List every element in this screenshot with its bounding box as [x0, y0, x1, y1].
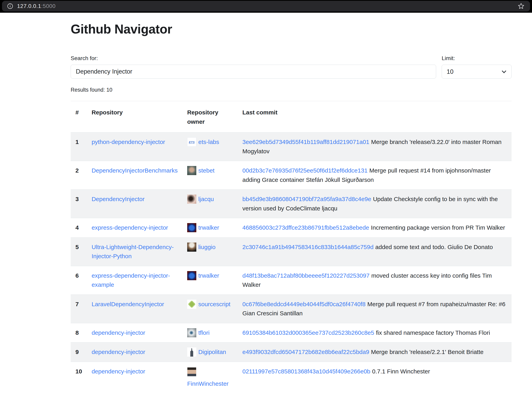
repo-link[interactable]: DependencyInjector: [91, 196, 145, 202]
tflori-avatar: [187, 328, 196, 337]
owner-link[interactable]: trwalker: [198, 271, 219, 280]
commit-hash-link[interactable]: 0c67f6be8eddcd4449eb4044f5df0ca26f4740f8: [242, 301, 366, 307]
col-header-owner: Repository owner: [183, 101, 238, 132]
repo-link[interactable]: DependencyInjectorBenchmarks: [91, 167, 178, 174]
trwalker-avatar: [187, 223, 196, 232]
table-row: 3 DependencyInjector ljacqu bb45d9e3b986…: [71, 190, 512, 218]
commit-hash-link[interactable]: 2c30746c1a91b4947583416c833b1644a85c759d: [242, 244, 374, 250]
page-title: Github Navigator: [71, 22, 512, 37]
table-row: 9 dependency-injector Digipolitan e493f9…: [71, 343, 512, 362]
ljacqu-avatar: [187, 195, 196, 204]
url-text: 127.0.0.1:5000: [17, 3, 56, 9]
row-index: 3: [71, 190, 87, 218]
row-index: 1: [71, 132, 87, 161]
repo-link[interactable]: express-dependency-injector: [91, 224, 168, 231]
owner-link[interactable]: sourcescript: [198, 300, 230, 309]
limit-select[interactable]: 10: [442, 65, 512, 79]
owner-link[interactable]: FinnWinchester: [187, 379, 233, 388]
owner-link[interactable]: liuggio: [198, 243, 215, 252]
finnwinchester-avatar: [187, 367, 196, 376]
repo-link[interactable]: Ultra-Lightweight-Dependency-Injector-Py…: [91, 244, 174, 260]
search-label: Search for:: [71, 55, 436, 61]
browser-url-bar[interactable]: 127.0.0.1:5000: [2, 1, 530, 12]
repo-link[interactable]: dependency-injector: [91, 349, 145, 355]
repo-link[interactable]: python-dependency-injector: [91, 139, 165, 145]
table-row: 1 python-dependency-injector ETSets-labs…: [71, 132, 512, 161]
ets-labs-logo-icon: ETS: [187, 137, 196, 147]
commit-hash-link[interactable]: 00d2b3c7e76935d76f25ee50f6d1f2ef6ddce131: [242, 167, 368, 174]
avatar-text: ETS: [189, 140, 195, 144]
row-index: 2: [71, 161, 87, 190]
row-index: 5: [71, 237, 87, 266]
repo-link[interactable]: dependency-injector: [91, 329, 145, 336]
owner-link[interactable]: ljacqu: [198, 195, 214, 204]
row-index: 7: [71, 295, 87, 323]
star-bookmark-icon[interactable]: [517, 2, 525, 10]
table-row: 4 express-dependency-injector trwalker 4…: [71, 218, 512, 238]
repo-link[interactable]: express-dependency-injector-example: [91, 272, 170, 288]
col-header-last-commit: Last commit: [238, 101, 512, 132]
commit-hash-link[interactable]: 69105384b61032d000365ee737cd2523b260c8e5: [242, 329, 374, 336]
search-column: Search for:: [71, 55, 436, 79]
owner-link[interactable]: tflori: [198, 328, 210, 338]
commit-hash-link[interactable]: 02111997e57c85801368f43a10d45f409e266e0b: [242, 368, 370, 374]
row-index: 4: [71, 218, 87, 238]
commit-message: Incrementing package version from PR Tim…: [371, 224, 505, 231]
commit-hash-link[interactable]: d48f13be8ac712abf80bbeeee5f120227d253097: [242, 272, 370, 279]
results-summary: Results found: 10: [71, 87, 512, 93]
row-index: 8: [71, 323, 87, 343]
owner-link[interactable]: Digipolitan: [198, 347, 226, 357]
row-index: 10: [71, 362, 87, 393]
url-host: 127.0.0.1: [17, 3, 41, 9]
commit-hash-link[interactable]: 468856003c273dffce23b86791fbbe512a8ebede: [242, 224, 369, 231]
main-content: Github Navigator Search for: Limit: 10 R…: [0, 22, 532, 393]
commit-message: fix shared namespace factory Thomas Flor…: [376, 329, 490, 336]
commit-hash-link[interactable]: bb45d9e3b98608047190bf72a95fa9a37d8c4e9e: [242, 196, 371, 202]
commit-message: Merge branch 'release/2.2.1' Benoit Bria…: [371, 349, 484, 355]
sourcescript-logo-icon: [187, 300, 196, 309]
col-header-repository: Repository: [87, 101, 183, 132]
limit-select-wrap: 10: [442, 65, 512, 79]
url-port: :5000: [41, 3, 56, 9]
stebet-avatar: [187, 166, 196, 175]
search-form: Search for: Limit: 10: [71, 55, 512, 79]
table-row: 8 dependency-injector tflori 69105384b61…: [71, 323, 512, 343]
owner-link[interactable]: ets-labs: [198, 137, 219, 147]
trwalker-avatar: [187, 271, 196, 280]
row-index: 6: [71, 266, 87, 295]
table-header-row: # Repository Repository owner Last commi…: [71, 101, 512, 132]
liuggio-avatar: [187, 243, 196, 252]
limit-column: Limit: 10: [442, 55, 512, 79]
owner-link[interactable]: trwalker: [198, 223, 219, 233]
row-index: 9: [71, 343, 87, 362]
digipolitan-building-icon: [187, 347, 196, 356]
commit-hash-link[interactable]: 3ee629eb5d7349d55f41b119aff81dd219071a01: [242, 139, 369, 145]
limit-label: Limit:: [442, 55, 512, 61]
info-icon[interactable]: [7, 3, 13, 9]
commit-message: added some text and todo. Giulio De Dona…: [375, 244, 493, 250]
table-row: 5 Ultra-Lightweight-Dependency-Injector-…: [71, 237, 512, 266]
results-table: # Repository Repository owner Last commi…: [71, 101, 512, 393]
col-header-index: #: [71, 101, 87, 132]
search-input[interactable]: [71, 65, 436, 79]
repo-link[interactable]: dependency-injector: [91, 368, 145, 374]
table-row: 6 express-dependency-injector-example tr…: [71, 266, 512, 295]
repo-link[interactable]: LaravelDependencyInjector: [91, 301, 164, 307]
commit-hash-link[interactable]: e493f9032dfcd65047172b682e8b6eaf22c5bda9: [242, 349, 369, 355]
owner-link[interactable]: stebet: [198, 166, 215, 175]
browser-top-strip: 127.0.0.1:5000: [0, 0, 532, 13]
table-row: 2 DependencyInjectorBenchmarks stebet 00…: [71, 161, 512, 190]
table-row: 7 LaravelDependencyInjector sourcescript…: [71, 295, 512, 323]
table-row: 10 dependency-injector FinnWinchester 02…: [71, 362, 512, 393]
commit-message: 0.7.1 Finn Winchester: [372, 368, 430, 374]
